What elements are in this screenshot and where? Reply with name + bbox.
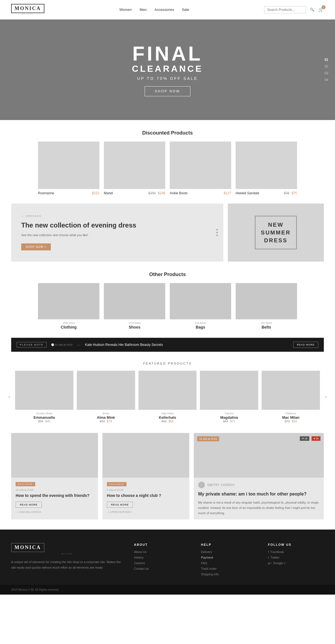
footer-desc: A unique set of elements for creating th… (11, 559, 123, 571)
footer-twitter[interactable]: t Twitter (268, 556, 324, 559)
footer-delivery[interactable]: Delivery (201, 550, 257, 554)
featured-card-kellerhals[interactable]: High Heels Kellerhals $83 $66 (138, 371, 197, 423)
product-name: Rosmarine (38, 191, 54, 195)
featured-card-alma-mink[interactable]: Boots Alma Mink $99 $79 (77, 371, 135, 423)
footer-payment[interactable]: Payment (201, 556, 257, 559)
header-right: 🔍 🛒 1 (264, 6, 324, 13)
blog-wide-author-name: DMITRY CORNOV (207, 483, 235, 486)
featured-card-emmanuella[interactable]: Chunky Shoes Emmanuella $56 $45 (15, 371, 73, 423)
featured-name: Emmanuella (15, 415, 73, 420)
dot-1[interactable] (216, 229, 218, 230)
footer-bottom: 2015 Monica © All. All Rights reserved (0, 585, 335, 595)
featured-name: Kellerhals (138, 415, 197, 420)
product-card-heeled-sandals[interactable]: Heeled Sandals $98 $75 (236, 142, 297, 195)
featured-price: $99 $79 (77, 420, 135, 423)
footer-shipping[interactable]: Shipping info (201, 573, 257, 576)
slide-indicator-4[interactable]: 04 (325, 78, 328, 82)
blog-card-2: EXCLUSIVE 5 July at 15:03 How to choose … (102, 433, 189, 519)
footer-facebook[interactable]: f Facebook (268, 550, 324, 554)
promo-category: — Dresses (21, 215, 213, 217)
logo[interactable]: MONICA (11, 4, 44, 13)
featured-price: $79 $59 (262, 420, 320, 423)
blog-wide-title: My private shame: am i too much for othe… (198, 491, 319, 497)
featured-image (262, 371, 320, 410)
footer-faq[interactable]: FAQ (201, 561, 257, 565)
featured-section: FEATURED PRODUCTS ‹ Chunky Shoes Emmanue… (0, 362, 335, 423)
dot-2[interactable] (216, 232, 218, 233)
blog-wide-date: 14 July at 15:03 (197, 436, 219, 441)
blog-wide-text: My shame is not a result of any singular… (198, 500, 319, 516)
featured-type: Platforms (262, 412, 320, 415)
cart-icon[interactable]: 🛒 1 (318, 7, 324, 12)
product-card-ankle-boots[interactable]: Ankle Boots $127 (170, 142, 231, 195)
blog-wide-body: DMITRY CORNOV My private shame: am i too… (194, 478, 324, 519)
blog-card-wide: 14 July at 15:03 ✉ 18 ♥ 25 DMITRY CORNOV… (194, 433, 324, 519)
footer-about-us[interactable]: About Us (134, 550, 190, 554)
news-badge: PLEASE NOTE (17, 342, 47, 348)
blog-body-2: EXCLUSIVE 5 July at 15:03 How to choose … (102, 478, 189, 518)
footer-google-plus[interactable]: g+ Google + (268, 561, 324, 565)
blog-read-more-button-2[interactable]: READ MORE (107, 502, 133, 508)
featured-type: High Heels (138, 412, 197, 415)
hero-content: FINAL CLEARANCE UP TO 70% OFF SALE SHOP … (132, 44, 203, 96)
dot-3[interactable] (216, 234, 218, 236)
category-card-belts[interactable]: 187 Items Belts (236, 283, 297, 329)
promo-shop-button[interactable]: SHOP NOW > (21, 243, 51, 250)
featured-image (77, 371, 135, 410)
hero-shop-now-button[interactable]: SHOP NOW (145, 86, 190, 96)
nav-accessories[interactable]: Accessories (154, 8, 174, 12)
new-summer-text: NEWSUMMERDRESS (261, 221, 291, 244)
product-price-original: $290 (148, 191, 156, 195)
footer-history[interactable]: History (134, 556, 190, 559)
featured-title: FEATURED PRODUCTS (0, 362, 335, 365)
blog-read-more-button-1[interactable]: READ MORE (16, 502, 42, 508)
slide-indicator-2[interactable]: 02 (325, 64, 328, 68)
footer-track-order[interactable]: Track order (201, 567, 257, 570)
hero-title-line2: CLEARANCE (132, 64, 203, 74)
category-name: Belts (236, 325, 297, 329)
category-card-bags[interactable]: 219 Items Bags (170, 283, 231, 329)
product-price: $152 (92, 191, 99, 195)
nav-men[interactable]: Men (140, 8, 147, 12)
footer-about-title: ABOUT (134, 543, 190, 546)
featured-name: Mac Milan (262, 415, 320, 420)
featured-image (15, 371, 73, 410)
search-input[interactable] (264, 6, 306, 13)
nav-women[interactable]: Women (119, 8, 132, 12)
blog-section: EXCLUSIVE 10 July at 15:03 How to spend … (11, 433, 324, 519)
category-count: 187 Items (236, 322, 297, 324)
carousel-next-button[interactable]: › (322, 394, 329, 400)
carousel-prev-button[interactable]: ‹ (6, 394, 13, 400)
category-card-clothing[interactable]: 1392 Items Clothing (38, 283, 99, 329)
featured-card-mac-milan[interactable]: Platforms Mac Milan $79 $59 (262, 371, 320, 423)
footer-contact[interactable]: Contact us (134, 567, 190, 570)
featured-image (138, 371, 197, 410)
category-name: Bags (170, 325, 231, 329)
footer-careers[interactable]: Careers (134, 561, 190, 565)
featured-type: Boots (77, 412, 135, 415)
slide-indicator-3[interactable]: 03 (325, 71, 328, 75)
blog-date-1: 10 July at 15:03 (16, 489, 94, 491)
footer-logo: MONICA (11, 543, 44, 552)
product-card-rosmarine[interactable]: Rosmarine $152 (38, 142, 99, 195)
featured-image (200, 371, 258, 410)
news-read-more-button[interactable]: READ MORE (293, 342, 318, 348)
blog-stats: ✉ 18 ♥ 25 (300, 436, 320, 441)
news-text: Kate Hudson Reveals Her Bathroom Beauty … (85, 343, 289, 347)
slide-indicator-1[interactable]: 01 (325, 58, 328, 62)
search-icon[interactable]: 🔍 (310, 8, 314, 12)
featured-price: $84 $71 (200, 420, 258, 423)
news-banner: PLEASE NOTE 🕐 14 July at 15:03 — Kate Hu… (11, 338, 324, 352)
blog-author-1: — ANNA BALASHOVA (16, 511, 94, 513)
promo-right: NEWSUMMERDRESS (228, 204, 324, 262)
discounted-title: Discounted Products (0, 130, 335, 136)
nav-sale[interactable]: Sale (182, 8, 189, 12)
news-date: 🕐 14 July at 15:03 (51, 343, 73, 346)
footer-copyright: 2015 Monica © All. All Rights reserved (11, 588, 59, 591)
product-card-mariel[interactable]: Mariel $290 $248 (104, 142, 165, 195)
product-name: Heeled Sandals (236, 191, 259, 195)
featured-card-magdalina[interactable]: Trainers Magdalina $84 $71 (200, 371, 258, 423)
category-image (170, 283, 231, 319)
category-card-shoes[interactable]: 1476 Items Shoes (104, 283, 165, 329)
product-image (38, 142, 99, 189)
